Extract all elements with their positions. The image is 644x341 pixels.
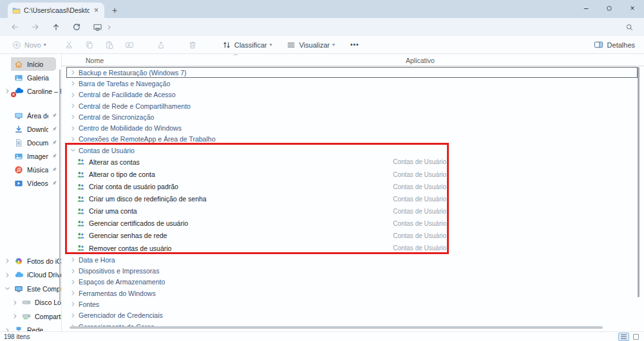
chevron-right-icon[interactable]: [70, 125, 77, 131]
list-item-row[interactable]: Alterar as contasContas de Usuário: [62, 156, 644, 168]
chevron-right-icon[interactable]: [70, 136, 77, 142]
sidebar: InícioGaleria✕Caroline – PessoÁrea de Tr…: [0, 54, 61, 331]
list-group-row[interactable]: Central de Rede e Compartilhamento: [62, 100, 644, 111]
rows-container: Backup e Restauração (Windows 7)Barra de…: [62, 67, 644, 327]
sidebar-item-m-sicas[interactable]: Músicas: [0, 163, 61, 176]
list-group-row[interactable]: Contas de Usuário: [62, 145, 644, 156]
sidebar-item-downloads[interactable]: Downloads: [0, 122, 61, 136]
chevron-right-icon[interactable]: [70, 279, 77, 285]
list-item-row[interactable]: Remover contas de usuárioContas de Usuár…: [62, 242, 644, 254]
list-group-row[interactable]: Central de Facilidade de Acesso: [62, 89, 644, 100]
share-button[interactable]: [156, 40, 166, 50]
sidebar-item-compartilhado[interactable]: Compartilhado: [0, 309, 61, 324]
icons-view-toggle[interactable]: [633, 334, 639, 340]
list-group-row[interactable]: Espaços de Armazenamento: [62, 277, 644, 288]
chevron-right-icon[interactable]: [12, 313, 19, 319]
sidebar-item-rea-de-trab[interactable]: Área de Trab: [0, 109, 61, 122]
column-header-name[interactable]: Nome: [86, 57, 104, 64]
list-item-row[interactable]: Gerenciar certificados de usuárioContas …: [62, 217, 644, 230]
chevron-down-icon[interactable]: [5, 286, 12, 291]
sidebar-item-galeria[interactable]: Galeria: [0, 71, 61, 84]
group-label: Conexões de RemoteApp e Área de Trabalho: [79, 135, 215, 143]
list-group-row[interactable]: Dispositivos e Impressoras: [62, 265, 644, 276]
sidebar-item-icloud-drive[interactable]: iCloud Drive: [0, 268, 61, 282]
list-item-row[interactable]: Criar conta de usuário padrãoContas de U…: [62, 181, 644, 193]
copy-button[interactable]: [84, 40, 95, 50]
sidebar-item-disco-local-c[interactable]: Disco Local (C:: [0, 296, 61, 310]
chevron-right-icon[interactable]: [70, 313, 77, 318]
drive-icon: [22, 298, 32, 307]
item-label: Gerenciar senhas de rede: [89, 232, 167, 239]
breadcrumb-chevron-icon: [106, 24, 112, 30]
view-button[interactable]: Visualizar ▾: [286, 40, 335, 50]
sidebar-item-este-computad[interactable]: Este Computad: [0, 282, 61, 296]
group-label: Ferramentas do Windows: [79, 290, 156, 297]
chevron-right-icon[interactable]: [70, 290, 77, 296]
chevron-right-icon[interactable]: [12, 300, 19, 306]
tab-close-icon[interactable]: ×: [93, 6, 100, 14]
item-app-value: Contas de Usuário: [393, 244, 446, 252]
chevron-right-icon[interactable]: [70, 114, 77, 120]
horizontal-scrollbar[interactable]: [70, 326, 603, 329]
back-button[interactable]: [6, 19, 23, 35]
sidebar-item-rede[interactable]: Rede: [0, 324, 61, 332]
chevron-right-icon[interactable]: [70, 268, 77, 274]
list-group-row[interactable]: Centro de Mobilidade do Windows: [62, 122, 644, 133]
details-pane-button[interactable]: Detalhes: [594, 40, 635, 50]
network-icon: [14, 326, 24, 331]
sidebar-item-fotos-do-icloud[interactable]: Fotos do iCloud: [0, 254, 61, 268]
list-group-row[interactable]: Gerenciador de Credenciais: [62, 310, 644, 321]
sidebar-scrollbar[interactable]: [59, 69, 61, 302]
chevron-down-icon[interactable]: [70, 147, 77, 153]
rename-button[interactable]: [124, 40, 135, 50]
search-button[interactable]: [621, 23, 638, 32]
chevron-right-icon[interactable]: [70, 80, 77, 86]
list-group-row[interactable]: Backup e Restauração (Windows 7): [62, 67, 644, 78]
list-item-row[interactable]: Criar um disco de redefinição de senhaCo…: [62, 193, 644, 205]
list-group-row[interactable]: Fontes: [62, 299, 644, 309]
up-button[interactable]: [48, 19, 64, 35]
pictures-icon: [14, 152, 24, 161]
explorer-tab[interactable]: C:\Users\caasl\Desktop\GodM ×: [8, 3, 104, 18]
chevron-right-icon[interactable]: [70, 301, 77, 307]
vertical-scrollbar[interactable]: [638, 67, 639, 297]
list-item-row[interactable]: Criar uma contaContas de Usuário: [62, 205, 644, 217]
close-button[interactable]: ×: [621, 0, 644, 17]
sidebar-item-imagens[interactable]: Imagens: [0, 149, 61, 163]
sort-button[interactable]: Classificar ▾: [222, 40, 272, 50]
sidebar-item-v-deos[interactable]: Vídeos: [0, 176, 61, 190]
sidebar-item-caroline-pesso[interactable]: ✕Caroline – Pesso: [0, 84, 61, 98]
address-bar[interactable]: [93, 20, 621, 34]
status-bar: 198 itens: [0, 331, 644, 341]
chevron-right-icon[interactable]: [70, 103, 77, 109]
list-group-row[interactable]: Central de Sincronização: [62, 111, 644, 122]
cut-button[interactable]: [64, 40, 75, 50]
minimize-button[interactable]: –: [574, 0, 598, 17]
more-options-button[interactable]: •••: [350, 41, 359, 48]
list-item-row[interactable]: Alterar o tipo de contaContas de Usuário: [62, 168, 644, 180]
forward-button[interactable]: [27, 19, 44, 35]
maximize-button[interactable]: [598, 0, 621, 17]
chevron-right-icon[interactable]: [5, 272, 12, 278]
paste-button[interactable]: [104, 40, 115, 50]
details-view-toggle[interactable]: [618, 333, 629, 341]
pin-icon: [51, 166, 59, 173]
column-header-app[interactable]: Aplicativo: [406, 57, 435, 64]
refresh-button[interactable]: [68, 19, 85, 35]
list-group-row[interactable]: Barra de Tarefas e Navegação: [62, 78, 644, 89]
chevron-right-icon[interactable]: [70, 92, 77, 98]
list-group-row[interactable]: Data e Hora: [62, 254, 644, 265]
sidebar-item-documentos[interactable]: Documentos: [0, 136, 61, 149]
list-group-row[interactable]: Ferramentas do Windows: [62, 288, 644, 299]
sidebar-item-in-cio[interactable]: Início: [0, 57, 56, 71]
chevron-right-icon[interactable]: [5, 258, 12, 264]
list-group-row[interactable]: Conexões de RemoteApp e Área de Trabalho: [62, 134, 644, 145]
list-item-row[interactable]: Gerenciar senhas de redeContas de Usuári…: [62, 230, 644, 242]
chevron-right-icon[interactable]: [70, 257, 77, 263]
new-tab-button[interactable]: +: [112, 5, 117, 15]
chevron-right-icon[interactable]: [70, 69, 77, 75]
new-button[interactable]: Novo ▾: [12, 40, 46, 50]
delete-button[interactable]: [187, 40, 198, 50]
edit-actions: [64, 40, 207, 50]
this-pc-icon: [93, 23, 102, 32]
